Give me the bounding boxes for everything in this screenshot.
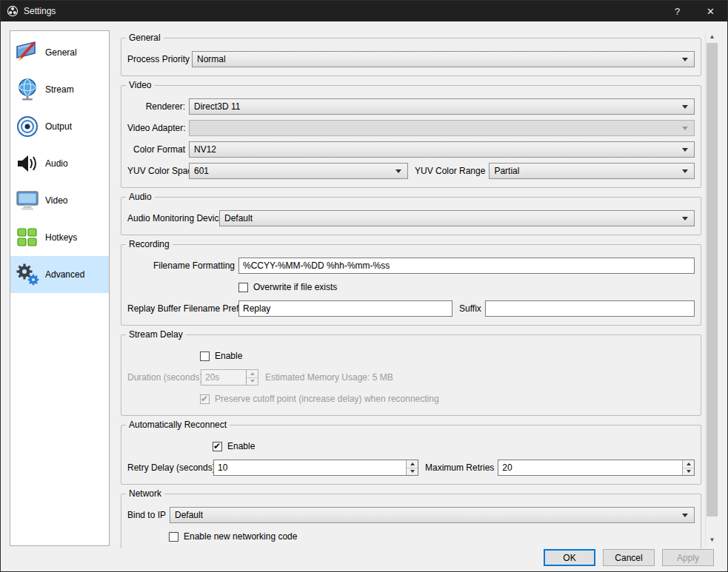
spinner-up-icon[interactable] xyxy=(683,460,694,468)
audio-monitoring-device-select[interactable]: Default xyxy=(219,210,695,226)
chevron-down-icon xyxy=(682,105,688,109)
duration-spinner: 20s xyxy=(201,369,258,386)
replay-prefix-input[interactable] xyxy=(238,300,453,317)
general-icon xyxy=(14,40,41,65)
process-priority-row: Process Priority Normal xyxy=(127,50,695,69)
sidebar-item-label: Video xyxy=(45,195,67,206)
renderer-select[interactable]: Direct3D 11 xyxy=(189,98,695,115)
sidebar-item-label: Advanced xyxy=(45,269,84,280)
spinner-arrows[interactable] xyxy=(682,460,694,475)
group-title: General xyxy=(126,33,164,43)
group-network: Network Bind to IP Default Enable new ne… xyxy=(121,494,701,548)
obs-logo-icon xyxy=(7,5,19,17)
reconnect-enable-row: Enable xyxy=(127,437,695,456)
chevron-down-icon xyxy=(682,127,688,130)
vertical-scrollbar[interactable]: ▲ ▼ xyxy=(705,30,718,546)
hotkeys-icon xyxy=(14,225,41,250)
chevron-down-icon xyxy=(682,148,688,152)
reconnect-enable-label: Enable xyxy=(227,441,255,451)
output-icon xyxy=(14,114,41,139)
sidebar-item-output[interactable]: Output xyxy=(10,108,109,145)
yuv-color-range-label: YUV Color Range xyxy=(408,166,489,176)
spinner-up-icon[interactable] xyxy=(407,460,418,468)
scroll-down-icon[interactable]: ▼ xyxy=(706,534,718,546)
process-priority-label: Process Priority xyxy=(127,54,188,64)
renderer-label: Renderer: xyxy=(127,101,185,112)
advanced-icon xyxy=(14,262,41,287)
new-networking-row: Enable new networking code xyxy=(127,527,695,546)
stream-delay-enable-label: Enable xyxy=(215,351,242,361)
audio-monitoring-row: Audio Monitoring Device Default xyxy=(127,209,695,228)
bind-to-ip-label: Bind to IP xyxy=(127,510,166,520)
video-adapter-label: Video Adapter: xyxy=(127,123,185,133)
estimated-memory-usage-text: Estimated Memory Usage: 5 MB xyxy=(258,372,397,383)
spinner-up-icon xyxy=(247,370,258,378)
bind-to-ip-row: Bind to IP Default xyxy=(127,505,695,525)
maximum-retries-label: Maximum Retries xyxy=(418,462,498,473)
sidebar-item-advanced[interactable]: Advanced xyxy=(10,256,109,293)
stream-icon xyxy=(14,77,41,102)
sidebar-item-label: Hotkeys xyxy=(45,232,77,243)
sidebar-item-hotkeys[interactable]: Hotkeys xyxy=(10,219,109,256)
dialog-buttons: OK Cancel Apply xyxy=(544,549,714,566)
stream-delay-enable-checkbox[interactable] xyxy=(200,351,210,361)
ok-button[interactable]: OK xyxy=(544,549,595,566)
yuv-color-space-select[interactable]: 601 xyxy=(189,163,408,179)
spinner-down-icon[interactable] xyxy=(407,468,418,476)
reconnect-enable-checkbox[interactable] xyxy=(213,442,222,451)
apply-button: Apply xyxy=(662,549,714,566)
retry-delay-row: Retry Delay (seconds) 10 Maximum Retries… xyxy=(127,458,695,477)
help-button[interactable]: ? xyxy=(661,1,694,21)
filename-formatting-input[interactable] xyxy=(238,258,695,274)
preserve-cutoff-label: Preserve cutoff point (increase delay) w… xyxy=(215,394,439,404)
renderer-row: Renderer: Direct3D 11 xyxy=(127,97,695,116)
scroll-up-icon[interactable]: ▲ xyxy=(706,30,718,43)
cancel-button[interactable]: Cancel xyxy=(603,549,655,566)
yuv-color-range-select[interactable]: Partial xyxy=(489,163,695,179)
spinner-down-icon[interactable] xyxy=(683,468,694,476)
chevron-down-icon xyxy=(395,169,401,173)
chevron-down-icon xyxy=(682,217,688,221)
chevron-down-icon xyxy=(682,169,688,173)
group-automatically-reconnect: Automatically Reconnect Enable Retry Del… xyxy=(121,425,701,485)
group-stream-delay: Stream Delay Enable Duration (seconds) 2… xyxy=(121,334,701,416)
suffix-label: Suffix xyxy=(453,303,485,314)
sidebar-item-label: Output xyxy=(45,121,72,132)
video-adapter-row: Video Adapter: xyxy=(127,118,695,138)
yuv-color-space-label: YUV Color Space xyxy=(127,166,185,176)
sidebar-item-label: General xyxy=(45,47,77,58)
replay-prefix-row: Replay Buffer Filename Prefix Suffix xyxy=(127,299,695,318)
stream-delay-enable-row: Enable xyxy=(127,346,695,366)
color-format-row: Color Format NV12 xyxy=(127,140,695,159)
titlebar: Settings ? ✕ xyxy=(1,1,727,21)
duration-label: Duration (seconds) xyxy=(127,372,197,383)
sidebar-item-audio[interactable]: Audio xyxy=(10,145,109,182)
group-audio: Audio Audio Monitoring Device Default xyxy=(121,197,701,235)
sidebar-item-stream[interactable]: Stream xyxy=(10,71,109,108)
settings-sidebar: General Stream O xyxy=(10,30,110,546)
bind-to-ip-select[interactable]: Default xyxy=(170,507,695,523)
group-recording: Recording Filename Formatting Overwrite … xyxy=(121,244,701,326)
scrollbar-thumb[interactable] xyxy=(707,43,718,517)
group-title: Recording xyxy=(126,239,173,249)
video-adapter-select xyxy=(189,120,695,136)
advanced-settings-panel: General Process Priority Normal Video Re… xyxy=(121,30,701,548)
sidebar-item-general[interactable]: General xyxy=(10,34,109,71)
duration-row: Duration (seconds) 20s Estimated Memory … xyxy=(127,368,695,387)
maximum-retries-spinner[interactable]: 20 xyxy=(498,460,695,476)
group-video: Video Renderer: Direct3D 11 Video Adapte… xyxy=(121,85,701,188)
overwrite-row: Overwrite if file exists xyxy=(127,277,695,297)
spinner-arrows[interactable] xyxy=(406,460,418,475)
overwrite-checkbox[interactable] xyxy=(238,283,248,292)
new-networking-checkbox[interactable] xyxy=(169,532,178,542)
color-format-select[interactable]: NV12 xyxy=(189,141,695,158)
preserve-cutoff-checkbox xyxy=(200,394,210,404)
sidebar-item-label: Stream xyxy=(45,84,74,95)
window-title: Settings xyxy=(24,6,56,16)
retry-delay-spinner[interactable]: 10 xyxy=(213,460,418,476)
process-priority-select[interactable]: Normal xyxy=(192,51,695,67)
sidebar-item-video[interactable]: Video xyxy=(10,182,109,219)
close-button[interactable]: ✕ xyxy=(694,1,727,21)
suffix-input[interactable] xyxy=(485,300,695,317)
group-title: Audio xyxy=(126,192,155,202)
